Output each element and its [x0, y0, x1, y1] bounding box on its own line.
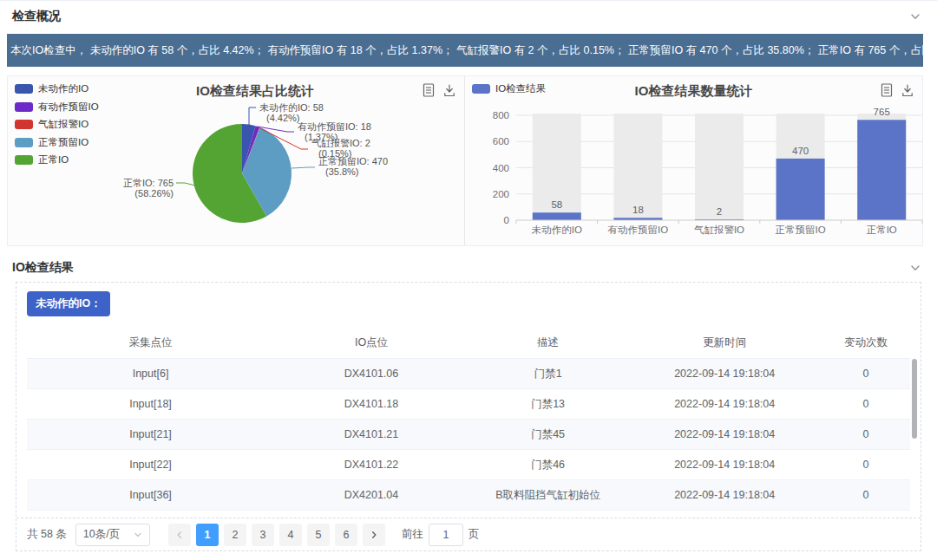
- svg-text:未动作的IO: 未动作的IO: [532, 225, 582, 235]
- table-cell: Input[18]: [27, 398, 274, 410]
- legend-item[interactable]: 未动作的IO: [15, 82, 99, 95]
- legend-item[interactable]: IO检查结果: [472, 82, 546, 95]
- chevron-down-icon: [134, 531, 142, 539]
- table-scrollbar[interactable]: [912, 359, 917, 439]
- svg-text:800: 800: [493, 110, 509, 120]
- svg-text:600: 600: [493, 136, 509, 147]
- svg-text:有动作预留IO: 有动作预留IO: [608, 225, 669, 235]
- table-cell: Input[36]: [27, 489, 274, 501]
- svg-text:2: 2: [717, 206, 722, 217]
- legend-swatch: [15, 84, 33, 94]
- svg-text:765: 765: [874, 107, 890, 117]
- column-header: 更新时间: [627, 335, 822, 350]
- table-cell: DX4101.18: [274, 398, 468, 410]
- summary-text: 本次IO检查中， 未动作的IO 有 58 个，占比 4.42%； 有动作预留IO…: [10, 43, 923, 58]
- overview-header: 检查概况: [0, 1, 937, 30]
- next-page-button[interactable]: [363, 524, 385, 546]
- table-cell: 门禁13: [468, 397, 627, 412]
- column-header: 描述: [468, 335, 627, 350]
- table-cell: 2022-09-14 19:18:04: [627, 428, 822, 440]
- page-number-buttons: 123456: [193, 524, 360, 546]
- results-title: IO检查结果: [12, 260, 74, 276]
- pie-chart-card: IO检查结果占比统计 未动作的IO有动作预留IO气缸报警IO正常预留IO正常IO…: [8, 76, 465, 245]
- table-cell: 门禁1: [468, 367, 627, 381]
- legend-label: IO检查结果: [495, 82, 546, 95]
- table-cell: 0: [822, 489, 910, 501]
- column-header: 变动次数: [822, 335, 910, 350]
- page-button-3[interactable]: 3: [252, 524, 274, 546]
- legend-item[interactable]: 气缸报警IO: [15, 118, 99, 131]
- table-cell: DX4101.21: [274, 428, 468, 440]
- svg-text:正常预留IO: 470: 正常预留IO: 470: [318, 156, 388, 166]
- bar-canvas[interactable]: 020040060080058未动作的IO18有动作预留IO2气缸报警IO470…: [465, 76, 923, 245]
- goto-page-input[interactable]: [429, 524, 463, 546]
- table-row: Input[22]DX4101.22门禁462022-09-14 19:18:0…: [27, 450, 910, 480]
- legend-item[interactable]: 正常预留IO: [15, 136, 99, 149]
- legend-label: 有动作预留IO: [38, 101, 99, 114]
- column-header: IO点位: [274, 335, 468, 350]
- svg-text:气缸报警IO: 2: 气缸报警IO: 2: [311, 138, 370, 148]
- io-table: 采集点位IO点位描述更新时间变动次数 Input[6]DX4101.06门禁12…: [27, 328, 910, 511]
- table-cell: 0: [822, 368, 910, 380]
- legend-item[interactable]: 有动作预留IO: [15, 101, 99, 114]
- prev-page-button[interactable]: [168, 524, 191, 546]
- table-cell: 门禁45: [468, 427, 627, 442]
- charts-row: IO检查结果占比统计 未动作的IO有动作预留IO气缸报警IO正常预留IO正常IO…: [7, 75, 923, 246]
- table-row: Input[6]DX4101.06门禁12022-09-14 19:18:040: [27, 359, 910, 389]
- svg-text:未动作的IO: 58: 未动作的IO: 58: [259, 102, 324, 113]
- svg-text:(4.42%): (4.42%): [266, 113, 300, 123]
- summary-banner: 本次IO检查中， 未动作的IO 有 58 个，占比 4.42%； 有动作预留IO…: [7, 34, 923, 67]
- table-cell: DX4201.04: [274, 489, 468, 501]
- table-cell: 2022-09-14 19:18:04: [627, 398, 822, 410]
- page-button-1[interactable]: 1: [196, 524, 219, 546]
- legend-swatch: [15, 120, 33, 129]
- table-row: Input[36]DX4201.04B取料阻挡气缸初始位2022-09-14 1…: [27, 480, 910, 511]
- legend-swatch: [15, 138, 33, 147]
- page-button-2[interactable]: 2: [224, 524, 246, 546]
- table-row: Input[21]DX4101.21门禁452022-09-14 19:18:0…: [27, 420, 910, 450]
- svg-text:正常IO: 正常IO: [867, 225, 897, 235]
- table-cell: 2022-09-14 19:18:04: [627, 489, 822, 501]
- svg-text:58: 58: [551, 199, 562, 210]
- page-button-4[interactable]: 4: [279, 524, 302, 546]
- chevron-down-icon[interactable]: [909, 262, 921, 274]
- svg-text:200: 200: [493, 189, 509, 199]
- svg-text:有动作预留IO: 18: 有动作预留IO: 18: [298, 121, 371, 132]
- table-row: Input[18]DX4101.18门禁132022-09-14 19:18:0…: [27, 389, 910, 420]
- pagination: 共 58 条 10条/页 123456 前往 页: [16, 518, 921, 550]
- table-cell: DX4101.06: [274, 368, 468, 380]
- table-header-row: 采集点位IO点位描述更新时间变动次数: [27, 328, 910, 359]
- table-cell: Input[22]: [27, 459, 274, 471]
- legend-item[interactable]: 正常IO: [15, 153, 99, 166]
- svg-text:正常预留IO: 正常预留IO: [776, 225, 826, 235]
- filter-badge[interactable]: 未动作的IO：: [27, 291, 110, 316]
- legend-swatch: [15, 102, 33, 112]
- svg-text:正常IO: 765: 正常IO: 765: [123, 178, 174, 188]
- svg-text:气缸报警IO: 气缸报警IO: [694, 225, 744, 235]
- legend-label: 正常预留IO: [38, 136, 88, 149]
- svg-text:(58.26%): (58.26%): [134, 188, 174, 199]
- table-body: Input[6]DX4101.06门禁12022-09-14 19:18:040…: [27, 359, 910, 511]
- chevron-down-icon[interactable]: [909, 10, 921, 23]
- svg-text:0: 0: [504, 215, 509, 225]
- legend-label: 未动作的IO: [38, 82, 88, 95]
- svg-text:(35.8%): (35.8%): [325, 166, 359, 177]
- table-cell: B取料阻挡气缸初始位: [468, 488, 627, 503]
- results-panel: 未动作的IO： 采集点位IO点位描述更新时间变动次数 Input[6]DX410…: [16, 282, 921, 551]
- page-size-value: 10条/页: [83, 527, 120, 542]
- results-header: IO检查结果: [0, 246, 937, 282]
- svg-text:18: 18: [632, 205, 644, 215]
- legend-label: 正常IO: [38, 153, 69, 166]
- table-cell: 0: [822, 459, 910, 471]
- svg-text:400: 400: [493, 163, 509, 173]
- pie-legend: 未动作的IO有动作预留IO气缸报警IO正常预留IO正常IO: [15, 82, 99, 166]
- table-cell: 门禁46: [468, 458, 627, 472]
- page-button-5[interactable]: 5: [307, 524, 330, 546]
- bar-chart-card: IO检查结果数量统计 IO检查结果 020040060080058未动作的IO1…: [465, 76, 922, 245]
- table-cell: Input[21]: [27, 428, 274, 440]
- page-size-select[interactable]: 10条/页: [75, 524, 150, 546]
- page-button-6[interactable]: 6: [335, 524, 357, 546]
- overview-title: 检查概况: [12, 9, 61, 24]
- table-cell: Input[6]: [27, 368, 274, 380]
- goto-unit: 页: [468, 527, 480, 542]
